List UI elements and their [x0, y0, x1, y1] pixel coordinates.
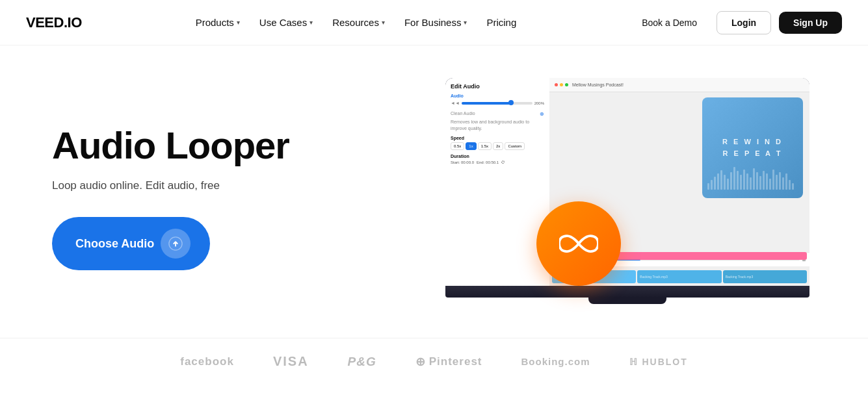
speed-custom[interactable]: Custom [505, 142, 525, 150]
svg-rect-13 [746, 173, 748, 190]
book-demo-button[interactable]: Book a Demo [630, 12, 709, 34]
waveform-cover [707, 160, 798, 193]
logo-visa: VISA [273, 354, 309, 369]
track-item-2: Backing Track.mp3 [637, 270, 721, 283]
svg-rect-20 [769, 179, 771, 190]
top-bar: Mellow Musings Podcast! [549, 78, 809, 92]
logo-pinterest: ⊕ Pinterest [415, 355, 482, 369]
svg-rect-6 [724, 175, 726, 190]
podcast-cover-text: R E W I N D R E P E A T [722, 136, 783, 159]
pinterest-icon: ⊕ [415, 355, 426, 369]
chevron-icon: ▾ [382, 19, 385, 26]
dot-green [565, 83, 568, 86]
signup-button[interactable]: Sign Up [779, 12, 842, 34]
hero-title: Audio Looper [52, 126, 289, 166]
svg-rect-24 [782, 177, 784, 190]
nav-pricing[interactable]: Pricing [479, 12, 524, 33]
svg-rect-17 [759, 176, 761, 190]
laptop-base [445, 286, 809, 298]
speed-1x[interactable]: 1x [466, 142, 476, 150]
speed-label: Speed [451, 136, 544, 140]
hero-subtitle: Loop audio online. Edit audio, free [52, 177, 289, 194]
hero-illustration: Edit Audio Audio ◄◄ 200% Clean Audio [413, 71, 816, 325]
logo[interactable]: VEED.IO [26, 14, 82, 31]
clean-audio-row: Clean Audio ⊕ [451, 109, 544, 119]
svg-rect-2 [711, 180, 713, 190]
svg-rect-16 [756, 172, 758, 190]
svg-rect-26 [789, 180, 791, 190]
svg-rect-5 [720, 170, 722, 190]
svg-rect-23 [779, 172, 781, 190]
loop-circle [536, 201, 621, 286]
duration-inputs: Start: 00:00.0 End: 00:50.1 ⏱ [451, 160, 544, 164]
speed-15x[interactable]: 1.5x [478, 142, 492, 150]
upload-icon [161, 229, 191, 259]
speed-buttons: 0.5x 1x 1.5x 2x Custom [451, 142, 544, 150]
laptop-mockup: Edit Audio Audio ◄◄ 200% Clean Audio [445, 78, 809, 312]
svg-rect-3 [714, 177, 716, 190]
editor-panel: Edit Audio Audio ◄◄ 200% Clean Audio [445, 78, 549, 286]
svg-rect-19 [766, 173, 768, 190]
nav-use-cases[interactable]: Use Cases ▾ [252, 12, 321, 33]
svg-rect-12 [743, 170, 745, 190]
logo-pg: P&G [348, 355, 376, 369]
logo-hublot: ℍ HUBLOT [629, 357, 688, 367]
audio-desc: Removes low and background audio to impr… [451, 119, 544, 132]
chevron-icon: ▾ [464, 19, 467, 26]
laptop-stand [588, 298, 666, 304]
podcast-title-bar: Mellow Musings Podcast! [572, 82, 624, 87]
nav-products[interactable]: Products ▾ [188, 12, 248, 33]
nav-resources[interactable]: Resources ▾ [324, 12, 393, 33]
nav-links: Products ▾ Use Cases ▾ Resources ▾ For B… [188, 12, 525, 33]
svg-rect-9 [733, 167, 735, 190]
svg-rect-21 [772, 170, 774, 190]
speed-05x[interactable]: 0.5x [451, 142, 464, 150]
laptop-screen: Edit Audio Audio ◄◄ 200% Clean Audio [445, 78, 809, 286]
svg-rect-15 [753, 168, 755, 190]
track-item-3: Backing Track.mp3 [723, 270, 807, 283]
svg-rect-27 [792, 183, 794, 190]
nav-for-business[interactable]: For Business ▾ [397, 12, 475, 33]
chevron-icon: ▾ [309, 19, 313, 26]
svg-rect-10 [737, 171, 739, 190]
logos-strip: facebook VISA P&G ⊕ Pinterest Booking.co… [0, 338, 868, 382]
dot-red [555, 83, 558, 86]
podcast-cover: R E W I N D R E P E A T [702, 97, 803, 198]
editor-title: Edit Audio [451, 83, 544, 90]
nav-actions: Book a Demo Login Sign Up [630, 11, 842, 34]
svg-rect-8 [730, 172, 732, 190]
hero-section: Audio Looper Loop audio online. Edit aud… [0, 45, 868, 338]
infinity-icon [559, 232, 598, 255]
speed-2x[interactable]: 2x [493, 142, 503, 150]
svg-rect-14 [750, 177, 752, 190]
duration-label: Duration [451, 154, 544, 159]
chevron-icon: ▾ [237, 19, 240, 26]
svg-rect-22 [776, 175, 778, 190]
choose-audio-button[interactable]: Choose Audio [52, 217, 210, 270]
logo-booking: Booking.com [521, 356, 590, 367]
hero-left: Audio Looper Loop audio online. Edit aud… [52, 126, 289, 270]
login-button[interactable]: Login [717, 11, 771, 34]
svg-rect-18 [763, 171, 765, 190]
svg-rect-4 [717, 173, 719, 190]
navbar: VEED.IO Products ▾ Use Cases ▾ Resources… [0, 0, 868, 45]
logo-facebook: facebook [180, 355, 234, 368]
dot-yellow [560, 83, 563, 86]
audio-label: Audio [451, 94, 544, 98]
svg-rect-7 [727, 179, 729, 190]
svg-rect-1 [707, 183, 709, 190]
svg-rect-11 [740, 175, 742, 190]
svg-rect-25 [785, 173, 787, 190]
